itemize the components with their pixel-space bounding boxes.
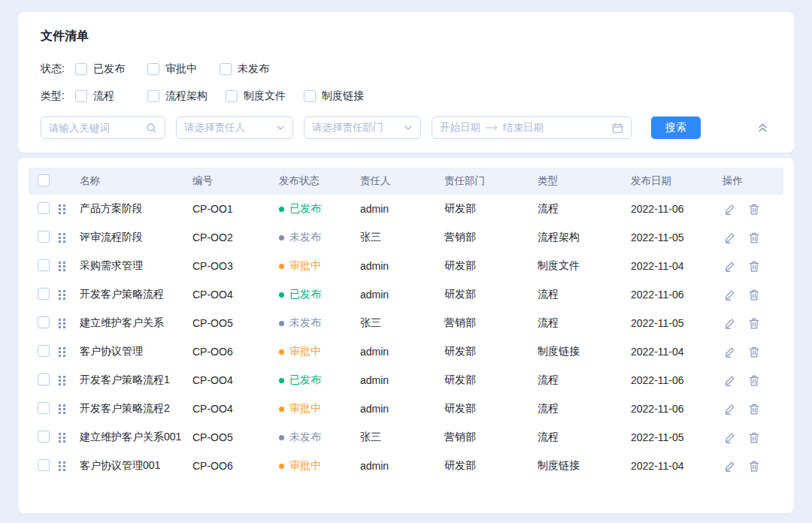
edit-pencil-icon[interactable] (724, 404, 735, 415)
row-checkbox[interactable] (38, 231, 50, 243)
file-type: 流程 (538, 288, 631, 301)
filter-panel: 文件清单 状态: 已发布 审批中 未发布 类型: 流程 (18, 12, 794, 153)
drag-handle-icon[interactable] (59, 319, 80, 328)
trash-icon[interactable] (749, 232, 759, 243)
status-dot (279, 407, 284, 412)
search-button[interactable]: 搜索 (651, 116, 701, 139)
trash-icon[interactable] (749, 432, 759, 443)
page-title: 文件清单 (41, 29, 771, 44)
search-icon (146, 122, 157, 134)
keyword-input[interactable] (49, 122, 138, 134)
file-type: 流程 (538, 316, 631, 330)
edit-pencil-icon[interactable] (724, 232, 735, 243)
department: 营销部 (444, 231, 538, 244)
edit-pencil-icon[interactable] (724, 375, 735, 386)
checkbox[interactable] (304, 90, 316, 102)
file-code: CP-OO1 (192, 203, 279, 215)
trash-icon[interactable] (749, 204, 759, 215)
row-checkbox[interactable] (38, 402, 50, 414)
checkbox[interactable] (75, 63, 87, 75)
status-badge: 已发布 (279, 373, 360, 387)
row-checkbox[interactable] (38, 316, 50, 328)
owner: admin (360, 260, 444, 272)
trash-icon[interactable] (749, 289, 759, 301)
row-checkbox[interactable] (38, 259, 50, 271)
trash-icon[interactable] (749, 404, 759, 415)
department: 营销部 (444, 316, 538, 330)
edit-pencil-icon[interactable] (724, 261, 735, 272)
row-checkbox[interactable] (38, 202, 50, 214)
checkbox[interactable] (147, 90, 159, 102)
drag-handle-icon[interactable] (59, 290, 80, 300)
drag-handle-icon[interactable] (59, 461, 80, 471)
date-range-picker[interactable]: 开始日期 结束日期 (432, 116, 632, 139)
file-type: 制度链接 (538, 345, 631, 358)
type-option-policy-link[interactable]: 制度链接 (304, 89, 364, 103)
type-option-architecture[interactable]: 流程架构 (147, 89, 208, 103)
drag-handle-icon[interactable] (59, 433, 80, 443)
row-checkbox[interactable] (38, 288, 50, 300)
status-option-published[interactable]: 已发布 (75, 62, 129, 76)
header-dept: 责任部门 (444, 174, 538, 188)
row-checkbox[interactable] (38, 459, 50, 471)
edit-pencil-icon[interactable] (724, 204, 735, 215)
edit-pencil-icon[interactable] (724, 289, 735, 301)
table-row: 建立维护客户关系 CP-OO5 未发布 张三 营销部 流程 2022-11-05 (29, 309, 783, 337)
trash-icon[interactable] (749, 375, 759, 386)
edit-pencil-icon[interactable] (724, 346, 735, 358)
status-dot (279, 464, 284, 469)
drag-handle-icon[interactable] (59, 347, 80, 357)
trash-icon[interactable] (749, 318, 759, 329)
publish-date: 2022-11-06 (631, 289, 723, 301)
owner: admin (360, 346, 444, 358)
department: 研发部 (444, 373, 538, 387)
department: 研发部 (444, 459, 538, 473)
status-option-approving[interactable]: 审批中 (147, 62, 201, 76)
drag-handle-icon[interactable] (59, 204, 80, 214)
row-checkbox[interactable] (38, 345, 50, 357)
file-type: 流程 (538, 202, 631, 216)
checkbox[interactable] (220, 63, 232, 75)
type-option-policy-file[interactable]: 制度文件 (226, 89, 286, 103)
double-chevron-up-icon[interactable] (754, 119, 771, 136)
table-row: 客户协议管理 CP-OO6 审批中 admin 研发部 制度链接 2022-11… (29, 337, 783, 366)
status-filter-row: 状态: 已发布 审批中 未发布 (41, 62, 771, 76)
edit-pencil-icon[interactable] (724, 461, 735, 472)
edit-pencil-icon[interactable] (724, 318, 735, 329)
table-row: 开发客户策略流程 CP-OO4 已发布 admin 研发部 流程 2022-11… (29, 280, 783, 309)
file-code: CP-OO4 (192, 289, 279, 301)
status-dot (279, 378, 284, 383)
department-select[interactable]: 请选择责任部门 (304, 116, 421, 139)
file-table-panel: 名称 编号 发布状态 责任人 责任部门 类型 发布日期 操作 (18, 158, 794, 513)
drag-handle-icon[interactable] (59, 376, 80, 385)
owner-select[interactable]: 请选择责任人 (176, 116, 293, 139)
status-badge: 审批中 (279, 345, 360, 358)
status-filter-label: 状态: (41, 62, 65, 76)
status-dot (279, 292, 284, 298)
owner: 张三 (360, 316, 444, 330)
row-checkbox[interactable] (38, 373, 50, 385)
header-code: 编号 (192, 174, 279, 188)
row-checkbox[interactable] (38, 431, 50, 443)
edit-pencil-icon[interactable] (724, 432, 735, 443)
drag-handle-icon[interactable] (59, 262, 80, 271)
status-option-unpublished[interactable]: 未发布 (220, 62, 274, 76)
keyword-search-field[interactable] (41, 116, 165, 139)
trash-icon[interactable] (749, 261, 759, 272)
search-toolbar: 请选择责任人 请选择责任部门 开始日期 (41, 116, 771, 139)
drag-handle-icon[interactable] (59, 233, 80, 243)
checkbox[interactable] (75, 90, 87, 102)
owner: 张三 (360, 431, 444, 444)
trash-icon[interactable] (749, 346, 759, 358)
checkbox[interactable] (226, 90, 238, 102)
select-all-checkbox[interactable] (38, 174, 50, 186)
arrow-right-icon (485, 125, 498, 131)
owner: admin (360, 460, 444, 472)
publish-date: 2022-11-04 (631, 346, 723, 358)
drag-handle-icon[interactable] (59, 404, 80, 414)
calendar-icon (612, 122, 623, 134)
type-option-process[interactable]: 流程 (75, 89, 129, 103)
checkbox[interactable] (147, 63, 159, 75)
trash-icon[interactable] (749, 461, 759, 472)
type-filter-row: 类型: 流程 流程架构 制度文件 制度链接 (41, 89, 771, 103)
